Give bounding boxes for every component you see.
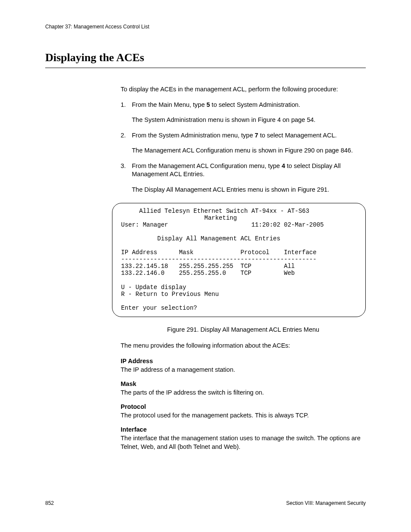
step-text: From the Main Menu, type bbox=[132, 101, 206, 108]
step-2: 2. From the System Administration menu, … bbox=[121, 131, 366, 155]
page-footer: 852 Section VIII: Management Security bbox=[45, 500, 366, 506]
def-title: IP Address bbox=[121, 357, 366, 366]
step-substep: The Display All Management ACL Entries m… bbox=[132, 186, 366, 194]
step-text: to select Management ACL. bbox=[258, 132, 336, 139]
figure-caption: Figure 291. Display All Management ACL E… bbox=[121, 326, 366, 334]
intro-paragraph: To display the ACEs in the management AC… bbox=[121, 85, 366, 94]
terminal-output: Allied Telesyn Ethernet Switch AT-94xx -… bbox=[112, 203, 366, 317]
step-substep: The Management ACL Configuration menu is… bbox=[132, 146, 366, 155]
def-title: Protocol bbox=[121, 403, 366, 411]
step-1: 1. From the Main Menu, type 5 to select … bbox=[121, 101, 366, 124]
step-number: 2. bbox=[121, 131, 126, 140]
definition-protocol: Protocol The protocol used for the manag… bbox=[121, 403, 366, 420]
def-title: Mask bbox=[121, 380, 366, 389]
section-label: Section VIII: Management Security bbox=[286, 500, 366, 506]
def-body: The IP address of a management station. bbox=[121, 366, 366, 374]
step-3: 3. From the Management ACL Configuration… bbox=[121, 162, 366, 194]
page-number: 852 bbox=[45, 500, 54, 506]
step-text: to select System Administration. bbox=[210, 101, 300, 108]
def-title: Interface bbox=[121, 426, 366, 434]
step-text: From the Management ACL Configuration me… bbox=[132, 162, 282, 169]
def-body: The protocol used for the management pac… bbox=[121, 411, 366, 420]
procedure-steps: 1. From the Main Menu, type 5 to select … bbox=[121, 101, 366, 194]
step-number: 1. bbox=[121, 101, 126, 109]
chapter-header: Chapter 37: Management Access Control Li… bbox=[45, 24, 366, 30]
content-body: To display the ACEs in the management AC… bbox=[121, 85, 366, 451]
step-text: From the System Administration menu, typ… bbox=[132, 132, 255, 139]
section-title: Displaying the ACEs bbox=[45, 51, 366, 68]
definition-interface: Interface The interface that the managem… bbox=[121, 426, 366, 451]
page: Chapter 37: Management Access Control Li… bbox=[0, 0, 411, 532]
step-substep: The System Administration menu is shown … bbox=[132, 116, 366, 124]
def-body: The interface that the management statio… bbox=[121, 434, 366, 451]
def-body: The parts of the IP address the switch i… bbox=[121, 389, 366, 397]
step-number: 3. bbox=[121, 162, 126, 171]
definition-mask: Mask The parts of the IP address the swi… bbox=[121, 380, 366, 397]
step-key: 4 bbox=[282, 162, 285, 169]
info-intro: The menu provides the following informat… bbox=[121, 342, 366, 350]
definition-ip: IP Address The IP address of a managemen… bbox=[121, 357, 366, 374]
